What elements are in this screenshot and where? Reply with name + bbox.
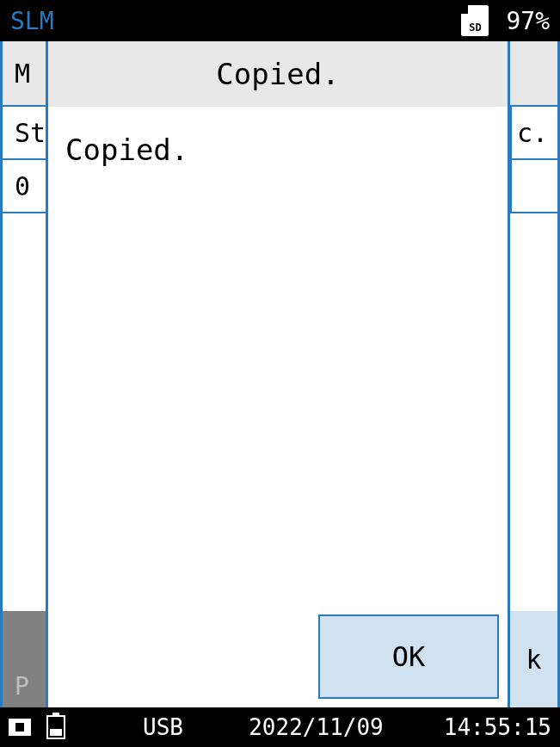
bg-cell-c: c. [510, 107, 557, 158]
bg-cell-empty [510, 160, 557, 212]
status-time: 14:55:15 [444, 714, 551, 740]
dialog-title: Copied. [48, 41, 508, 107]
status-date: 2022/11/09 [249, 714, 384, 740]
main-area: M St c. 0 P k Copied. Copied. OK [0, 41, 560, 707]
bg-cell-st: St [3, 107, 46, 158]
top-right-icons: SD 97% [461, 5, 550, 36]
sd-card-icon: SD [461, 5, 489, 36]
status-bar: USB 2022/11/09 14:55:15 [0, 707, 560, 747]
status-usb: USB [143, 714, 183, 740]
ok-button[interactable]: OK [318, 614, 499, 699]
bg-cell-0: 0 [3, 160, 46, 212]
power-plug-icon [9, 716, 43, 738]
top-bar: SLM SD 97% [0, 0, 560, 41]
battery-icon [46, 715, 65, 739]
bg-cell-m: M [3, 41, 46, 105]
dialog-message: Copied. [48, 107, 508, 193]
sd-label: SD [469, 22, 481, 34]
bottom-right-k[interactable]: k [510, 611, 557, 707]
copied-dialog: Copied. Copied. OK [46, 41, 510, 707]
battery-percent: 97% [506, 7, 550, 35]
app-title: SLM [10, 7, 54, 35]
status-icons [9, 715, 65, 739]
